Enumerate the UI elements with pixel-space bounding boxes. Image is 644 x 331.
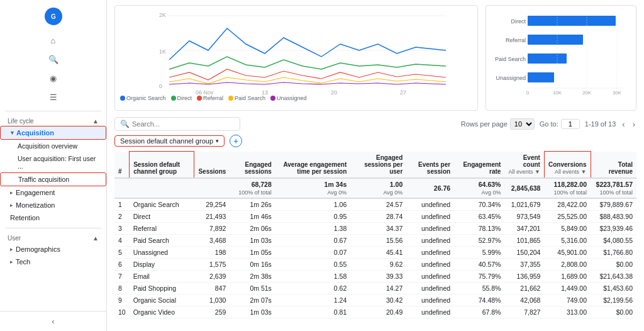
goto-input[interactable] [561,119,580,129]
cell-engaged: 1m 46s [230,210,275,222]
total-avg: 1m 34sAvg 0% [275,178,350,198]
cell-channel: Unassigned [130,246,194,258]
goto: Go to: [540,119,580,129]
cell-events-per-session: undefined [406,258,454,270]
sidebar-item-demographics[interactable]: ▸ Demographics [0,243,106,255]
cell-num: 2 [114,210,130,222]
legend-dot-unassigned [270,96,275,101]
sidebar-divider-2 [5,228,101,228]
cell-sessions: 3,468 [194,234,230,246]
add-filter-btn[interactable]: + [230,135,242,147]
cell-avg: 1.38 [275,222,350,234]
legend-dot-organic [120,96,125,101]
cell-event-count: 973,549 [504,210,544,222]
sidebar-collapse-btn[interactable]: ‹ [52,317,54,326]
expand-icon: ▸ [10,246,13,252]
cell-conversions: 28,422.00 [544,198,591,211]
svg-text:Direct: Direct [511,18,526,25]
cell-engaged: 1m 05s [230,246,275,258]
search-box[interactable]: 🔍 [114,117,240,131]
filter-row: Session default channel group ▾ + [114,133,636,151]
bar-chart: Direct Referral Paid Search Unassigned 0… [491,9,630,98]
svg-text:20: 20 [331,89,337,96]
total-event-count: 2,845,638 [504,178,544,198]
svg-rect-16 [528,16,616,26]
cell-conversions: 5,849.00 [544,222,591,234]
cell-per-user: 24.57 [350,198,406,211]
reports-icon[interactable]: ☰ [46,89,61,104]
col-conversions[interactable]: ConversionsAll events ▼ [544,152,591,178]
cell-per-user: 30.42 [350,294,406,306]
rows-per-page-select[interactable]: 102550 [510,118,535,130]
cell-avg: 0.07 [275,246,350,258]
cell-engagement-rate: 74.48% [454,294,504,306]
cell-revenue: $1,766.80 [591,246,636,258]
cell-revenue: $21,643.38 [591,270,636,282]
home-icon[interactable]: ⌂ [46,33,61,48]
sidebar-item-retention[interactable]: Retention [0,211,106,224]
sidebar-item-traffic-acquisition[interactable]: Traffic acquisition [0,172,106,186]
legend-dot-paid [228,96,233,101]
cell-engagement-rate: 52.97% [454,234,504,246]
cell-num: 1 [114,198,130,211]
cell-conversions: 45,901.00 [544,246,591,258]
cell-channel: Organic Video [130,306,194,318]
svg-text:G: G [51,13,56,20]
cell-engaged: 1m 26s [230,198,275,211]
cell-conversions: 749.00 [544,294,591,306]
col-event-count: Event countAll events ▼ [504,152,544,178]
expand-icon: ▸ [10,202,13,208]
search-icon[interactable]: 🔍 [46,52,61,67]
cell-sessions: 7,892 [194,222,230,234]
next-page-btn[interactable]: › [631,120,636,129]
cell-conversions: 25,525.00 [544,210,591,222]
cell-channel: Organic Social [130,294,194,306]
cell-engagement-rate: 67.8% [454,306,504,318]
cell-conversions: 2,808.00 [544,258,591,270]
sidebar-item-acquisition[interactable]: ▾ Acquisition [0,126,106,140]
table-row: 4 Paid Search 3,468 1m 03s 0.67 15.56 un… [114,234,636,246]
search-input[interactable] [132,120,235,128]
cell-avg: 0.62 [275,282,350,294]
cell-channel: Email [130,270,194,282]
svg-text:Referral: Referral [506,37,526,43]
realtime-icon[interactable]: ◉ [46,70,61,86]
expand-icon: ▸ [10,259,13,265]
cell-sessions: 1,030 [194,294,230,306]
svg-text:Paid Search: Paid Search [495,56,526,62]
sidebar-item-tech[interactable]: ▸ Tech [0,255,106,268]
col-num: # [114,152,130,178]
table-row: 7 Email 2,639 2m 38s 1.58 39.33 undefine… [114,270,636,282]
cell-engagement-rate: 75.79% [454,270,504,282]
sidebar-divider-1 [5,111,101,111]
cell-engaged: 2m 07s [230,294,275,306]
lifecycle-section: Life cycle ▲ [0,115,106,126]
cell-avg: 0.67 [275,234,350,246]
cell-engagement-rate: 55.8% [454,282,504,294]
prev-page-btn[interactable]: ‹ [621,120,626,129]
table-row: 10 Organic Video 259 1m 03s 0.81 20.49 u… [114,306,636,318]
cell-channel: Display [130,258,194,270]
col-engagement-rate: Engagement rate [454,152,504,178]
cell-event-count: 101,865 [504,234,544,246]
total-channel [130,178,194,198]
sidebar-item-user-acquisition[interactable]: User acquisition: First user ... [0,152,106,172]
channel-filter-chip[interactable]: Session default channel group ▾ [114,135,225,147]
cell-revenue: $0.00 [591,306,636,318]
app-logo[interactable]: G [45,8,62,25]
cell-event-count: 1,021,679 [504,198,544,211]
sidebar-item-monetization[interactable]: ▸ Monetization [0,199,106,211]
total-revenue: $223,781.57100% of total [591,178,636,198]
svg-rect-18 [528,53,567,64]
cell-avg: 0.95 [275,210,350,222]
cell-avg: 1.58 [275,270,350,282]
cell-events-per-session: undefined [406,270,454,282]
legend-organic-search: Organic Search [120,95,166,101]
cell-engaged: 2m 06s [230,222,275,234]
cell-per-user: 15.56 [350,234,406,246]
sidebar: G ⌂ 🔍 ◉ ☰ Life cycle ▲ ▾ Acquisition Acq… [0,0,107,331]
sidebar-item-acquisition-overview[interactable]: Acquisition overview [0,140,106,152]
sidebar-item-engagement[interactable]: ▸ Engagement [0,186,106,199]
cell-engagement-rate: 63.45% [454,210,504,222]
legend-dot-direct [171,96,176,101]
